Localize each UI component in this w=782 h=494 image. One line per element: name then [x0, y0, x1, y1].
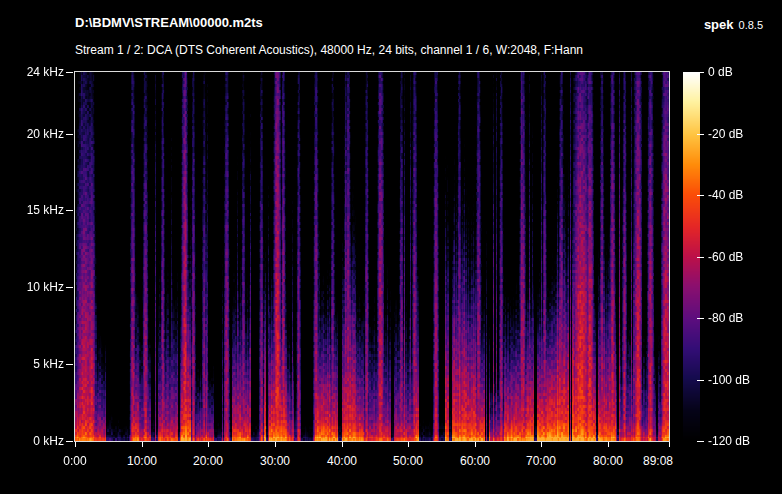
y-axis-tick: [66, 441, 73, 442]
x-axis-label: 0:00: [63, 453, 86, 469]
x-axis-tick: [142, 442, 143, 447]
x-axis-label: 60:00: [460, 453, 490, 469]
y-axis-label: 0 kHz: [0, 433, 64, 449]
file-path-title: D:\BDMV\STREAM\00000.m2ts: [75, 15, 263, 30]
y-axis-label: 5 kHz: [0, 356, 64, 372]
legend-tick: [697, 380, 704, 381]
legend-label: -60 dB: [708, 249, 743, 265]
legend-tick: [697, 72, 704, 73]
legend-label: -20 dB: [708, 126, 743, 142]
y-axis-label: 20 kHz: [0, 126, 64, 142]
x-axis-tick: [669, 442, 670, 447]
x-axis-tick: [475, 442, 476, 447]
x-axis-label: 50:00: [393, 453, 423, 469]
app-name: spek: [704, 17, 734, 32]
x-axis-tick: [608, 442, 609, 447]
x-axis-tick: [541, 442, 542, 447]
y-axis-tick: [66, 210, 73, 211]
y-axis-label: 24 kHz: [0, 64, 64, 80]
app-branding: spek0.8.5: [704, 15, 763, 33]
y-axis-tick: [66, 287, 73, 288]
legend-label: -100 dB: [708, 372, 750, 388]
x-axis-label: 10:00: [127, 453, 157, 469]
x-axis-label: 70:00: [526, 453, 556, 469]
x-axis-label: 30:00: [260, 453, 290, 469]
legend-tick: [697, 257, 704, 258]
x-axis-tick: [75, 442, 76, 447]
x-axis-label: 80:00: [593, 453, 623, 469]
spectrogram-plot: [74, 71, 670, 442]
spek-window: D:\BDMV\STREAM\00000.m2ts spek0.8.5 Stre…: [0, 0, 782, 494]
legend-tick: [697, 195, 704, 196]
legend-label: -80 dB: [708, 310, 743, 326]
spectrogram-canvas: [75, 72, 669, 441]
legend-label: -120 dB: [708, 433, 750, 449]
legend-label: 0 dB: [708, 64, 733, 80]
stream-info: Stream 1 / 2: DCA (DTS Coherent Acoustic…: [75, 43, 583, 57]
x-axis-tick: [408, 442, 409, 447]
y-axis-label: 10 kHz: [0, 279, 64, 295]
x-axis-tick: [275, 442, 276, 447]
legend-tick: [697, 134, 704, 135]
x-axis-label: 89:08: [643, 453, 673, 469]
x-axis-tick: [342, 442, 343, 447]
legend-tick: [697, 441, 704, 442]
x-axis-label: 20:00: [193, 453, 223, 469]
legend-label: -40 dB: [708, 187, 743, 203]
x-axis-label: 40:00: [327, 453, 357, 469]
legend-tick: [697, 318, 704, 319]
app-version: 0.8.5: [739, 19, 763, 31]
y-axis-tick: [66, 134, 73, 135]
y-axis-tick: [66, 72, 73, 73]
y-axis-label: 15 kHz: [0, 202, 64, 218]
x-axis-tick: [208, 442, 209, 447]
y-axis-tick: [66, 364, 73, 365]
